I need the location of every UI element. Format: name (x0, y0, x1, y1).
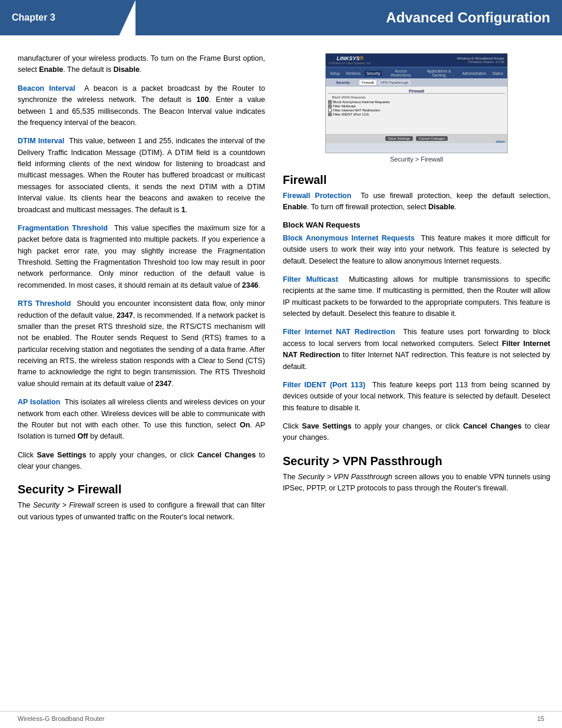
intro-paragraph: manufacturer of your wireless products. … (18, 53, 265, 76)
mini-cb1 (328, 100, 332, 104)
frag-paragraph: Fragmentation Threshold This value speci… (18, 223, 265, 291)
frag-term: Fragmentation Threshold (18, 224, 108, 232)
mini-cb1-label: Block Anonymous Internet Requests (333, 100, 390, 104)
chapter-label: Chapter 3 (0, 0, 135, 35)
mini-firewall-title: Firewall (328, 89, 505, 94)
mini-subtitle: A Division of Cisco Systems, Inc. (329, 61, 372, 65)
mini-cb3 (328, 108, 332, 112)
ap-term: AP Isolation (18, 398, 60, 406)
page-footer: Wireless-G Broadband Router 15 (0, 711, 562, 722)
mini-header: LINKSYS® A Division of Cisco Systems, In… (326, 54, 507, 67)
block-wan-heading: Block WAN Requests (283, 220, 550, 229)
firewall-protection-term: Firewall Protection (283, 192, 351, 200)
mini-router-ui: LINKSYS® A Division of Cisco Systems, In… (326, 54, 507, 153)
left-save-text: Click Save Settings to apply your change… (18, 450, 265, 473)
screenshot-caption: Security > Firewall (283, 156, 550, 163)
mini-cb2-label: Filter Multicast (333, 104, 356, 108)
mini-nav: Setup Wireless Security Access Restricti… (326, 68, 507, 78)
main-content: manufacturer of your wireless products. … (0, 35, 562, 548)
mini-cisco-logo: cisco (496, 140, 505, 143)
mini-save-btn: Save Settings (385, 136, 413, 141)
mini-firewall-row: Block WAN Requests (328, 95, 505, 99)
mini-cb-row4: Filter IDENT (Port 113) (328, 113, 505, 116)
block-anon-term: Block Anonymous Internet Requests (283, 234, 415, 242)
mini-nav-wireless: Wireless (344, 71, 362, 76)
rts-term: RTS Threshold (18, 299, 71, 308)
filter-multicast-paragraph: Filter Multicast Multicasting allows for… (283, 274, 550, 320)
screenshot-box: LINKSYS® A Division of Cisco Systems, In… (325, 53, 508, 153)
mini-logo: LINKSYS® A Division of Cisco Systems, In… (329, 55, 372, 65)
mini-block-label: Block WAN Requests (328, 95, 369, 99)
mini-nav-security: Security (365, 71, 382, 76)
mini-nav-access: Access Restrictions (384, 68, 417, 78)
security-firewall-heading: Security > Firewall (18, 483, 265, 496)
mini-tabs: Security Firewall VPN Passthrough (326, 78, 507, 87)
page-header: Chapter 3 Advanced Configuration (0, 0, 562, 35)
beacon-interval-paragraph: Beacon Interval A beacon is a packet bro… (18, 83, 265, 129)
mini-cb-row3: Filter Internet NAT Redirection (328, 108, 505, 112)
screenshot-container: LINKSYS® A Division of Cisco Systems, In… (283, 53, 550, 163)
mini-cb-row2: Filter Multicast (328, 104, 505, 108)
title-text: Advanced Configuration (386, 9, 550, 26)
block-anon-paragraph: Block Anonymous Internet Requests This f… (283, 233, 550, 267)
right-column: LINKSYS® A Division of Cisco Systems, In… (277, 47, 562, 536)
rts-paragraph: RTS Threshold Should you encounter incon… (18, 298, 265, 390)
chapter-text: Chapter 3 (12, 12, 55, 23)
vpn-heading: Security > VPN Passthrough (283, 454, 550, 468)
mini-nav-apps: Applications & Gaming (420, 68, 458, 78)
mini-tab-firewall: Firewall (359, 80, 376, 85)
page-title: Advanced Configuration (135, 0, 562, 35)
footer-left: Wireless-G Broadband Router (18, 715, 104, 722)
mini-cb4-label: Filter IDENT (Port 113) (333, 113, 369, 116)
mini-nav-status: Status (491, 71, 505, 76)
filter-multicast-term: Filter Multicast (283, 275, 338, 284)
vpn-text: The Security > VPN Passthrough screen al… (283, 472, 550, 495)
mini-section-name: Security (328, 81, 358, 84)
mini-cb-row1: Block Anonymous Internet Requests (328, 100, 505, 104)
security-firewall-intro: The Security > Firewall screen is used t… (18, 500, 265, 523)
mini-nav-admin: Administration (460, 71, 488, 76)
firewall-heading: Firewall (283, 173, 550, 187)
mini-footer: Save Settings Cancel Changes (326, 134, 507, 143)
filter-ident-term: Filter IDENT (Port 113) (283, 381, 365, 389)
mini-nav-setup: Setup (328, 71, 342, 76)
mini-cancel-btn: Cancel Changes (416, 136, 448, 141)
ap-paragraph: AP Isolation This isolates all wireless … (18, 397, 265, 443)
footer-right: 15 (537, 715, 544, 722)
filter-nat-paragraph: Filter Internet NAT Redirection This fea… (283, 327, 550, 373)
mini-cb2 (328, 104, 332, 108)
mini-model-info: Wireless-G Broadband Router Firmware Ver… (457, 57, 504, 64)
filter-ident-paragraph: Filter IDENT (Port 113) This feature kee… (283, 380, 550, 414)
dtim-paragraph: DTIM Interval This value, between 1 and … (18, 136, 265, 216)
firewall-protection-paragraph: Firewall Protection To use firewall prot… (283, 190, 550, 213)
left-column: manufacturer of your wireless products. … (0, 47, 277, 536)
mini-cb4 (328, 113, 332, 116)
mini-cb3-label: Filter Internet NAT Redirection (333, 108, 380, 112)
dtim-term: DTIM Interval (18, 137, 64, 145)
beacon-interval-term: Beacon Interval (18, 84, 75, 93)
mini-tab-vpn: VPN Passthrough (378, 80, 411, 85)
filter-nat-term: Filter Internet NAT Redirection (283, 328, 395, 336)
mini-firmware: Firmware Version: 1.0.06 (457, 60, 504, 64)
mini-body: Firewall Block WAN Requests Block Anonym… (326, 87, 507, 134)
right-save-text: Click Save Settings to apply your change… (283, 421, 550, 444)
